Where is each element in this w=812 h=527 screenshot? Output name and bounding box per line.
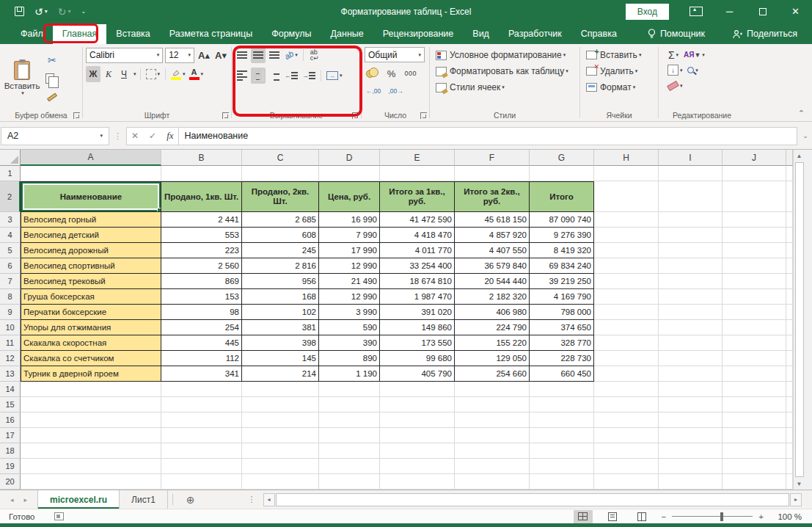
font-dialog-launcher-icon[interactable] (222, 112, 229, 119)
cell-G5[interactable]: 8 419 320 (530, 243, 594, 258)
cell-E8[interactable]: 1 987 470 (380, 289, 455, 305)
find-select-button[interactable]: ▾ (686, 62, 701, 79)
row-header-1[interactable]: 1 (0, 166, 21, 181)
cell-C3[interactable]: 2 685 (242, 212, 319, 228)
cell-F20[interactable] (455, 474, 530, 490)
cell-H11[interactable] (594, 335, 659, 351)
cell-G19[interactable] (530, 459, 594, 474)
cell-A5[interactable]: Велосипед дорожный (21, 243, 161, 258)
ribbon-tab-10[interactable]: Справка (571, 24, 626, 44)
ribbon-tab-6[interactable]: Данные (321, 24, 373, 44)
cell-A8[interactable]: Груша боксерская (21, 289, 161, 305)
cell-D9[interactable]: 3 990 (319, 305, 380, 320)
cell-H4[interactable] (594, 228, 659, 243)
cell-F14[interactable] (455, 382, 530, 397)
cell-F19[interactable] (455, 459, 530, 474)
cell-E2[interactable]: Итого за 1кв., руб. (380, 181, 455, 212)
customize-qat-button[interactable]: ⌄ (81, 9, 87, 15)
cell-B7[interactable]: 869 (161, 274, 242, 289)
cell-B16[interactable] (161, 412, 242, 428)
row-header-7[interactable]: 7 (0, 274, 21, 289)
cell-F15[interactable] (455, 397, 530, 412)
align-left-button[interactable] (235, 68, 249, 84)
scroll-left-icon[interactable]: ◂ (263, 493, 275, 506)
cell-I9[interactable] (659, 305, 723, 320)
cell-G16[interactable] (530, 412, 594, 428)
sign-in-button[interactable]: Вход (626, 4, 669, 20)
cell-H3[interactable] (594, 212, 659, 228)
cell-B20[interactable] (161, 474, 242, 490)
cell-E4[interactable]: 4 418 470 (380, 228, 455, 243)
format-painter-button[interactable] (44, 89, 60, 105)
cell-I11[interactable] (659, 335, 723, 351)
cell-A13[interactable]: Турник в дверной проем (21, 366, 161, 382)
cell-D17[interactable] (319, 428, 380, 443)
cancel-entry-button[interactable]: ✕ (131, 131, 139, 141)
cell-C9[interactable]: 102 (242, 305, 319, 320)
cell-B4[interactable]: 553 (161, 228, 242, 243)
share-button[interactable]: Поделиться (733, 29, 797, 44)
cell-E10[interactable]: 149 860 (380, 320, 455, 335)
cell-I6[interactable] (659, 258, 723, 274)
cell-J16[interactable] (723, 412, 786, 428)
cell-B14[interactable] (161, 382, 242, 397)
cell-E11[interactable]: 173 550 (380, 335, 455, 351)
clear-button[interactable]: ▾ (666, 78, 684, 94)
cell-A6[interactable]: Велосипед спортивный (21, 258, 161, 274)
borders-button[interactable]: ▾ (145, 66, 162, 82)
cell-B12[interactable]: 112 (161, 351, 242, 366)
orientation-button[interactable]: ab▾ (283, 47, 299, 63)
cell-F8[interactable]: 2 182 320 (455, 289, 530, 305)
sort-filter-button[interactable]: АЯ▼▾ (682, 47, 706, 63)
cell-C5[interactable]: 245 (242, 243, 319, 258)
cell-I14[interactable] (659, 382, 723, 397)
cell-J19[interactable] (723, 459, 786, 474)
cell-E18[interactable] (380, 443, 455, 459)
sheet-tab-2[interactable]: Лист1 (120, 490, 168, 509)
cell-I3[interactable] (659, 212, 723, 228)
sheet-tab-1-active[interactable]: microexcel.ru (37, 490, 120, 509)
increase-decimal-button[interactable]: ←,00 (365, 83, 382, 99)
cell-D7[interactable]: 21 490 (319, 274, 380, 289)
cell-F7[interactable]: 20 544 440 (455, 274, 530, 289)
row-header-12[interactable]: 12 (0, 351, 21, 366)
column-header-F[interactable]: F (455, 150, 530, 166)
cell-G11[interactable]: 328 770 (530, 335, 594, 351)
cell-E15[interactable] (380, 397, 455, 412)
cell-I1[interactable] (659, 166, 723, 181)
cell-F5[interactable]: 4 407 550 (455, 243, 530, 258)
cell-F16[interactable] (455, 412, 530, 428)
row-header-9[interactable]: 9 (0, 305, 21, 320)
wrap-text-button[interactable]: abc↵ (307, 47, 322, 63)
zoom-out-button[interactable]: − (662, 512, 667, 521)
cell-F13[interactable]: 254 660 (455, 366, 530, 382)
column-header-A[interactable]: A (21, 150, 161, 166)
column-header-J[interactable]: J (723, 150, 786, 166)
cell-J10[interactable] (723, 320, 786, 335)
cell-E17[interactable] (380, 428, 455, 443)
cell-H2[interactable] (594, 181, 659, 212)
cell-I20[interactable] (659, 474, 723, 490)
number-dialog-launcher-icon[interactable] (420, 112, 427, 119)
column-header-C[interactable]: C (242, 150, 319, 166)
cell-G1[interactable] (530, 166, 594, 181)
cell-E14[interactable] (380, 382, 455, 397)
cell-D18[interactable] (319, 443, 380, 459)
cell-F4[interactable]: 4 857 920 (455, 228, 530, 243)
cell-H16[interactable] (594, 412, 659, 428)
formula-input[interactable]: Наименование (179, 127, 797, 145)
cell-G9[interactable]: 798 000 (530, 305, 594, 320)
number-format-combo[interactable]: Общий▾ (365, 47, 425, 62)
cell-D2[interactable]: Цена, руб. (319, 181, 380, 212)
column-header-H[interactable]: H (594, 150, 659, 166)
cell-styles-button[interactable]: Стили ячеек▾ (436, 79, 577, 95)
cell-D13[interactable]: 1 190 (319, 366, 380, 382)
align-top-button[interactable] (235, 47, 249, 63)
sheetbar-splitter[interactable]: ⋮ (248, 490, 256, 509)
decrease-indent-button[interactable]: ← (283, 68, 299, 84)
column-header-G[interactable]: G (530, 150, 594, 166)
undo-button[interactable]: ↺▾ (34, 7, 48, 17)
format-cells-button[interactable]: Формат▾ (586, 79, 655, 95)
vertical-scroll-thumb[interactable] (795, 162, 804, 477)
column-header-I[interactable]: I (659, 150, 723, 166)
